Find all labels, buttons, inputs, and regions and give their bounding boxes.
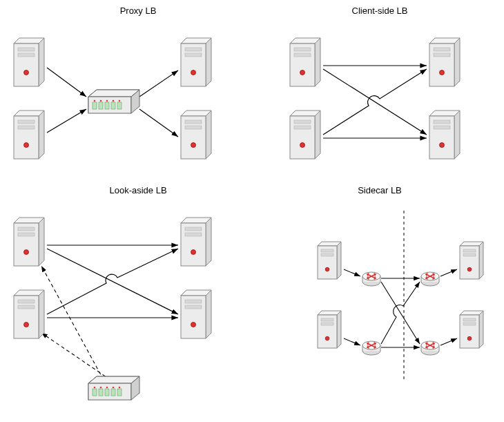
panel-sidecar <box>318 211 483 380</box>
server-icon <box>318 242 341 279</box>
server-icon <box>14 218 44 266</box>
router-icon <box>362 341 380 355</box>
server-icon <box>14 290 44 338</box>
load-balancer-icon <box>88 376 139 400</box>
server-icon <box>460 311 483 348</box>
server-icon <box>181 38 211 86</box>
edge-lookaside-lb-c2 <box>41 333 110 380</box>
panel-proxy <box>14 38 211 159</box>
router-icon <box>421 341 439 355</box>
server-icon <box>290 38 320 86</box>
server-icon <box>181 111 211 159</box>
edge-sidecar-c2-sc <box>344 338 360 345</box>
server-icon <box>14 38 44 86</box>
server-icon <box>181 218 211 266</box>
server-icon <box>290 111 320 159</box>
server-icon <box>429 111 460 159</box>
edge-sidecar-sc1-ss2 <box>381 282 420 344</box>
edge-proxy-lb-s2 <box>139 109 178 137</box>
edge-proxy-c2-lb <box>47 109 86 133</box>
edge-proxy-c1-lb <box>47 68 86 97</box>
server-icon <box>14 111 44 159</box>
panel-client <box>290 38 460 159</box>
router-icon <box>362 272 380 286</box>
panel-lookaside <box>14 218 211 400</box>
server-icon <box>318 311 341 348</box>
server-icon <box>429 38 460 86</box>
load-balancer-icon <box>88 90 139 113</box>
server-icon <box>181 290 211 338</box>
edge-sidecar-c1-sc <box>344 269 360 276</box>
edge-lookaside-lb-c1 <box>41 266 104 380</box>
router-icon <box>421 272 439 286</box>
edge-sidecar-ss1-s1 <box>440 269 457 276</box>
diagram-canvas <box>0 0 504 422</box>
edge-sidecar-ss2-s2 <box>440 338 457 345</box>
edge-proxy-lb-s1 <box>139 70 178 97</box>
server-icon <box>460 242 483 279</box>
